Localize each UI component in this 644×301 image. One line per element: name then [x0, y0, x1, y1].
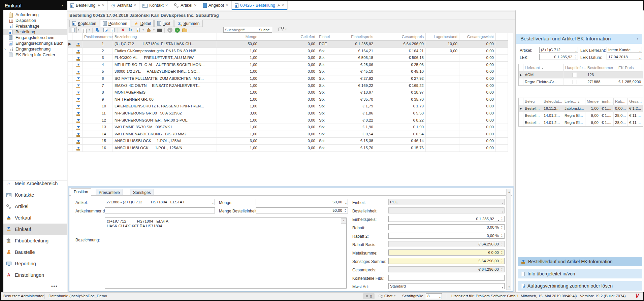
chat-button[interactable]: Chat ▼: [379, 294, 396, 298]
grid-col-header[interactable]: [72, 33, 83, 40]
copy-button[interactable]: [80, 27, 88, 33]
rp-lek-datum-combo[interactable]: 17.04.2018 ▼: [607, 54, 642, 60]
dock-item-0[interactable]: Bestellverlauf und Artikel EK-Informatio…: [518, 257, 642, 266]
view-tab-text[interactable]: Text: [154, 20, 173, 27]
panel-collapse-icon[interactable]: ‹: [637, 36, 638, 41]
detail-tab-preisanteile[interactable]: Preisanteile: [96, 189, 123, 196]
history-row[interactable]: Bestell...14.01.2...Regro El...9,00€ 1..…: [519, 119, 643, 126]
grid-col-header[interactable]: Einheit: [317, 33, 330, 40]
table-row[interactable]: 2Elaflex Gi-Kompensator gelb PN16 DN 80 …: [68, 48, 508, 55]
refresh-button[interactable]: ↻: [127, 27, 134, 33]
dock-item-2[interactable]: Auftragsverbindung zuordnen oder lösen: [518, 281, 642, 291]
history-col-header[interactable]: Rab...: [614, 98, 628, 105]
chevron-down-icon[interactable]: ▼: [77, 29, 80, 31]
suppliers-col-header[interactable]: Lieferant▲: [523, 64, 564, 71]
grid-col-header[interactable]: Positionsnummer: [83, 33, 113, 40]
table-row[interactable]: 9NH-TRENNER GR. 001,000,00Stk€ 35,70€ 35…: [68, 96, 508, 103]
folder-button[interactable]: [181, 27, 188, 33]
chevron-down-icon[interactable]: ▼: [152, 29, 156, 31]
menge-bestelleinheit-input[interactable]: 50,00 ▲▼: [256, 207, 348, 213]
euro-button[interactable]: €: [134, 27, 141, 33]
table-row[interactable]: 13V-KLEMME 35-70 SM 00SZVK11,000,00Stk€ …: [68, 124, 508, 131]
sidebar-item-fibu-berleitung[interactable]: Fibuüberleitung: [3, 235, 67, 246]
history-col-header[interactable]: Belegdat...: [542, 98, 563, 105]
table-row[interactable]: 8MONTAGEPREIS1,000,00Stk€ 18,97€ 18,970,…: [68, 89, 508, 96]
view-tab-summen[interactable]: ΣSummen: [174, 20, 203, 27]
tab-aktivit-t[interactable]: ◷Aktivität×: [108, 1, 139, 10]
field-rabatt-[interactable]: 0,00 %▲▼: [388, 224, 505, 230]
dock-item-1[interactable]: Info übergeleitet in/von: [518, 269, 642, 278]
table-row[interactable]: 3FL4C/300-AL FREILUFTVERT.,ALU M.RW1,000…: [68, 55, 508, 62]
bestellverlauf-panel-header[interactable]: Bestellverlauf und Artikel EK-Informatio…: [516, 34, 642, 44]
history-row[interactable]: ▶Bestell...16.11.2...Jablonski...1,00€ 1…: [519, 105, 643, 112]
artikelnummer-lf-input[interactable]: [105, 207, 215, 213]
tab-00426-bestellung[interactable]: 00426 - Bestellung×: [232, 1, 288, 10]
grid-col-header[interactable]: [496, 33, 508, 40]
tab-artikel[interactable]: Artikel×: [171, 1, 200, 10]
history-col-header[interactable]: Beleg: [523, 98, 542, 105]
grid-col-header[interactable]: Lagerbestand: [426, 33, 459, 40]
search-input[interactable]: [224, 28, 257, 32]
sidebar-item-einkauf[interactable]: Einkauf: [3, 224, 67, 235]
chevron-down-icon[interactable]: ▼: [141, 29, 145, 31]
edit-next-button[interactable]: ▸: [109, 27, 116, 33]
table-row[interactable]: ▶1(3+1)C 712 HS71804 ELSTA HASK CU...50,…: [68, 41, 508, 48]
checkbox[interactable]: [573, 73, 577, 77]
table-row[interactable]: 12NH-SICHERUNGSUNTER. GR.00 1-POL.1,000,…: [68, 117, 508, 124]
scroll-down-icon[interactable]: ▼: [507, 285, 512, 290]
expander-icon[interactable]: ›: [4, 46, 6, 52]
new-button[interactable]: [69, 27, 77, 33]
field-kostenstelle-fibu-[interactable]: [388, 275, 505, 281]
grid-col-header[interactable]: Gesamtgewicht: [459, 33, 496, 40]
history-col-header[interactable]: Einh...: [600, 98, 614, 105]
barcode-button[interactable]: [156, 27, 163, 33]
sidebar-item-verkauf[interactable]: Verkauf: [3, 212, 67, 224]
moneybag-button[interactable]: [145, 27, 152, 33]
download-button[interactable]: ▼: [173, 27, 181, 33]
checkbox[interactable]: [573, 80, 577, 84]
grid-col-header[interactable]: Gesamtpreis: [375, 33, 426, 40]
supplier-row[interactable]: ▶AOM123: [519, 71, 643, 78]
grid-col-header[interactable]: Geliefert: [259, 33, 317, 40]
textarea-scroll-up-icon[interactable]: ▲: [341, 218, 346, 224]
upload-button[interactable]: ▲: [166, 27, 173, 33]
history-col-header[interactable]: Liefe...▲: [563, 98, 585, 105]
sidebar-tree-item-1[interactable]: Disposition: [3, 18, 67, 24]
field-einheitspreis-[interactable]: € 1.285,92▲▼▼: [388, 216, 505, 222]
delete-button[interactable]: ×: [119, 27, 127, 33]
sidebar-tree-item-6[interactable]: ›Eingangsrechnung: [3, 46, 67, 52]
table-row[interactable]: 7EMZV3-4C OS/TN EINSATZ F.ZÄHLERVERT...1…: [68, 82, 508, 90]
sidebar-item-baustelle[interactable]: Baustelle: [3, 246, 67, 258]
table-row[interactable]: 10LAIENBEDIENSCHUTZ F. PASSEND F.NH-TREN…: [68, 103, 508, 110]
scroll-up-icon[interactable]: ▲: [507, 189, 512, 194]
blocks-button[interactable]: [94, 27, 101, 33]
close-icon[interactable]: ×: [134, 4, 136, 7]
suppliers-col-header[interactable]: Bestellnummer: [586, 64, 617, 71]
history-col-header[interactable]: [519, 98, 523, 105]
tab-kontakt[interactable]: Kontakt×: [139, 1, 171, 10]
sidebar-item-reporting[interactable]: Reporting: [3, 258, 67, 269]
view-tab-positionen[interactable]: Positionen: [100, 20, 130, 27]
history-row[interactable]: Bestell...14.01.2...Regro El...9,00€ 1..…: [519, 112, 643, 119]
field-mwst-art-[interactable]: Standard▼: [388, 283, 505, 289]
sidebar-item-einstellungen[interactable]: AEinstellungen: [3, 269, 67, 281]
sidebar-item-mein-arbeitsbereich[interactable]: ⌂Mein Arbeitsbereich: [3, 178, 67, 189]
detail-panel-scrollbar[interactable]: ▲ ▼: [506, 189, 511, 290]
table-row[interactable]: 14V-KLEMMENABDECKUNG BIS 70 MM21,000,00S…: [68, 131, 508, 138]
sidebar-tree-item-0[interactable]: Anforderung: [3, 12, 67, 18]
grid-col-header[interactable]: Einheitspreis: [330, 33, 375, 40]
search-button[interactable]: Suche: [257, 28, 272, 32]
rp-lek-lieferant-combo[interactable]: Intern Kunde ▼: [607, 47, 642, 53]
grid-col-header[interactable]: [68, 33, 72, 40]
rp-lek-input[interactable]: € 1.285,92 ▲▼: [539, 54, 578, 60]
table-row[interactable]: 6SO-MATTE FÜLLMATTE ZUM ABDICHTEN IM S..…: [68, 75, 508, 82]
detail-tab-sonstiges[interactable]: Sonstiges: [130, 189, 154, 196]
table-row[interactable]: 536000-1/2 ZYL. HALBZYLINDER INKL. 1 SC.…: [68, 68, 508, 75]
bezeichnung-textarea[interactable]: (3+1)C 712 HS71804 ELSTA HASK CU 4X160T …: [105, 218, 347, 289]
sidebar-tree-item-7[interactable]: EK Beleg Info-Center: [3, 52, 67, 58]
layout-button[interactable]: ▼: [279, 27, 288, 31]
sidebar-tree-item-4[interactable]: Eingangslieferschein: [3, 35, 67, 41]
sidebar-tree-item-2[interactable]: ±Preisanfrage: [3, 24, 67, 29]
sidebar-tree-item-5[interactable]: @Eingangsrechnungs Buch: [3, 41, 67, 46]
sidebar-item-kontakte[interactable]: Kontakte: [3, 189, 67, 201]
